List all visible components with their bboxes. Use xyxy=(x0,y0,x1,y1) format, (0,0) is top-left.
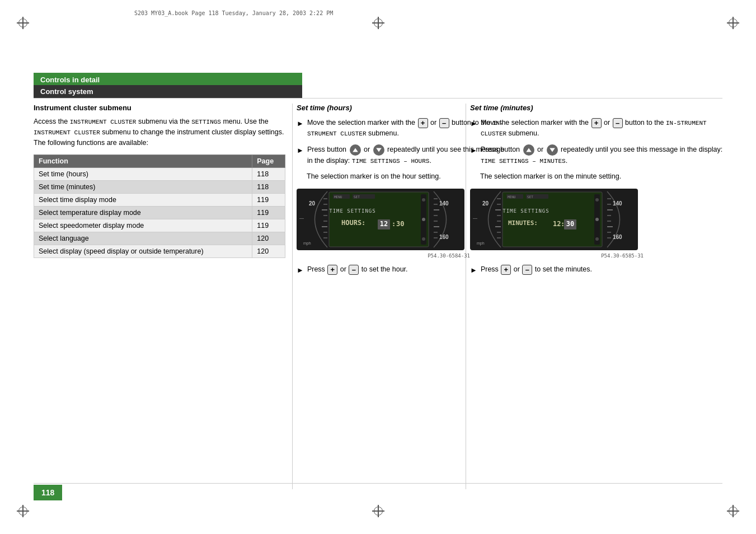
svg-point-38 xyxy=(422,237,425,241)
right-plus-button-icon-2: + xyxy=(501,265,511,275)
right-column: Set time (minutes) ► Move the selection … xyxy=(470,104,727,282)
crosshair-bottom-center xyxy=(372,505,384,517)
svg-text:12: 12 xyxy=(553,220,561,228)
table-row: Select language 120 xyxy=(34,232,285,245)
crosshair-top-right xyxy=(727,17,739,29)
right-minus-button-icon-2: – xyxy=(522,265,532,275)
svg-text:HOURS:: HOURS: xyxy=(341,219,365,227)
svg-text:SET: SET xyxy=(527,195,533,199)
func-page: 120 xyxy=(252,245,285,258)
instrument-title: Instrument cluster submenu xyxy=(34,104,285,112)
right-bullet3-text: Press + or – to set the minutes. xyxy=(481,264,592,275)
svg-text:—: — xyxy=(299,216,304,221)
func-name: Select speedometer display mode xyxy=(34,219,252,232)
table-row: Select time display mode 119 xyxy=(34,194,285,207)
arrow-icon-1: ► xyxy=(297,118,304,129)
nav-up-icon xyxy=(350,144,361,156)
svg-text:SET: SET xyxy=(354,195,360,199)
func-name: Select temperature display mode xyxy=(34,207,252,219)
right-section-title: Set time (minutes) xyxy=(470,104,727,112)
cluster-display-hours: 20 mph — 140 160 xyxy=(297,189,470,259)
svg-text::: : xyxy=(392,220,396,228)
svg-point-37 xyxy=(422,218,425,221)
right-nav-down-icon xyxy=(547,144,558,156)
right-note1: The selection marker is on the minute se… xyxy=(480,171,727,182)
svg-point-75 xyxy=(595,198,599,202)
svg-point-36 xyxy=(422,198,425,202)
svg-text:mph: mph xyxy=(477,241,485,246)
table-row: Set time (hours) 118 xyxy=(34,168,285,181)
svg-text:TIME SETTINGS: TIME SETTINGS xyxy=(503,208,549,214)
svg-text:160: 160 xyxy=(613,234,622,240)
left-column: Instrument cluster submenu Access the IN… xyxy=(34,104,285,258)
minus-button-icon: – xyxy=(439,118,449,128)
plus-button-icon-2: + xyxy=(327,265,337,275)
svg-text:mph: mph xyxy=(303,241,311,246)
table-row: Select display (speed display or outside… xyxy=(34,245,285,258)
func-page: 120 xyxy=(252,232,285,245)
right-bullet2-text: Press button or repeatedly until you see… xyxy=(481,144,727,166)
svg-marker-0 xyxy=(353,148,358,152)
right-plus-button-icon: + xyxy=(591,118,602,128)
arrow-icon-3: ► xyxy=(297,265,304,276)
crosshair-top-center xyxy=(372,17,384,29)
crosshair-bottom-left xyxy=(17,505,29,517)
top-divider xyxy=(34,98,722,99)
svg-text:—: — xyxy=(473,216,477,221)
svg-marker-1 xyxy=(376,148,382,152)
right-nav-up-icon xyxy=(523,144,534,156)
function-table: Function Page Set time (hours) 118 Set t… xyxy=(34,154,285,258)
svg-point-77 xyxy=(595,237,599,241)
svg-point-76 xyxy=(595,218,599,221)
cluster-svg-hours: 20 mph — 140 160 xyxy=(297,189,464,250)
dark-sub-bar: Control system xyxy=(34,85,302,98)
func-page: 118 xyxy=(252,168,285,181)
svg-text:TIME SETTINGS: TIME SETTINGS xyxy=(329,208,375,214)
col-header-page: Page xyxy=(252,155,285,168)
crosshair-bottom-right xyxy=(727,505,739,517)
func-page: 119 xyxy=(252,194,285,207)
table-row: Select speedometer display mode 119 xyxy=(34,219,285,232)
func-page: 119 xyxy=(252,219,285,232)
nav-down-icon xyxy=(373,144,384,156)
cluster-img-label-hours: P54.30-6584-31 xyxy=(297,253,470,259)
right-bullet-item-1: ► Move the selection marker with the + o… xyxy=(470,118,727,139)
svg-marker-39 xyxy=(526,148,532,152)
table-row: Select temperature display mode 119 xyxy=(34,207,285,219)
func-name: Select time display mode xyxy=(34,194,252,207)
func-name: Select display (speed display or outside… xyxy=(34,245,252,258)
table-body: Set time (hours) 118 Set time (minutes) … xyxy=(34,168,285,258)
cluster-display-minutes: 20 mph — 140 160 xyxy=(470,189,644,259)
right-bullet1-text: Move the selection marker with the + or … xyxy=(481,118,727,139)
col-separator-1 xyxy=(292,104,293,489)
svg-text:12: 12 xyxy=(380,220,388,228)
svg-text:MENU: MENU xyxy=(508,195,516,199)
file-info: S203 MY03_A.book Page 118 Tuesday, Janua… xyxy=(134,10,333,16)
right-bullet-item-2: ► Press button or repeatedly until you s… xyxy=(470,144,727,166)
svg-text:20: 20 xyxy=(482,200,489,207)
right-bullet-item-3: ► Press + or – to set the minutes. xyxy=(470,264,727,276)
svg-text:30: 30 xyxy=(566,220,574,228)
plus-button-icon: + xyxy=(418,118,428,128)
func-page: 118 xyxy=(252,181,285,194)
svg-text:30: 30 xyxy=(396,220,404,228)
arrow-icon-2: ► xyxy=(297,145,304,156)
svg-text:20: 20 xyxy=(309,200,316,207)
bullet3-text: Press + or – to set the hour. xyxy=(307,264,408,275)
func-name: Set time (hours) xyxy=(34,168,252,181)
page-wrapper: S203 MY03_A.book Page 118 Tuesday, Janua… xyxy=(0,0,756,534)
right-arrow-icon-2: ► xyxy=(470,145,477,156)
svg-text:140: 140 xyxy=(613,200,622,207)
table-row: Set time (minutes) 118 xyxy=(34,181,285,194)
right-arrow-icon-3: ► xyxy=(470,265,477,276)
cluster-img-label-minutes: P54.30-6585-31 xyxy=(470,253,644,259)
svg-text:140: 140 xyxy=(439,200,449,207)
cluster-svg-minutes: 20 mph — 140 160 xyxy=(470,189,638,250)
intro-text: Access the INSTRUMENT CLUSTER submenu vi… xyxy=(34,116,285,148)
page-number: 118 xyxy=(34,485,62,500)
col-header-function: Function xyxy=(34,155,252,168)
svg-text:MINUTES:: MINUTES: xyxy=(508,219,538,227)
crosshair-top-left xyxy=(17,17,29,29)
func-name: Set time (minutes) xyxy=(34,181,252,194)
func-name: Select language xyxy=(34,232,252,245)
